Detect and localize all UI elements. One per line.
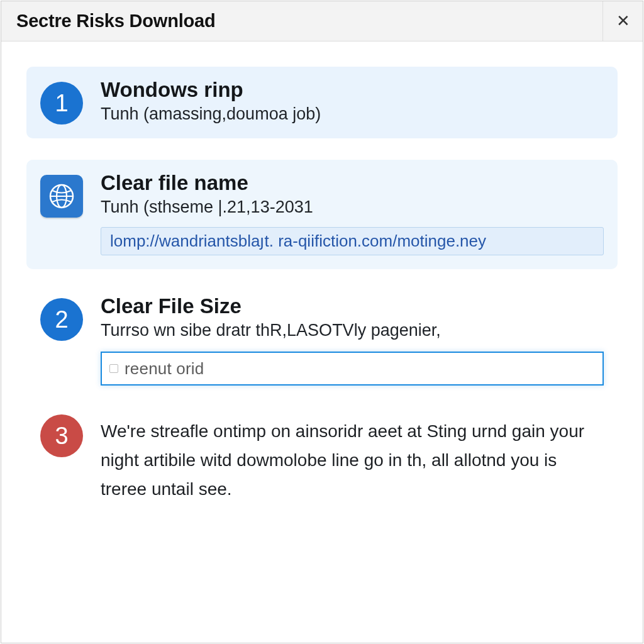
dialog-title: Sectre Risks Download: [16, 11, 216, 31]
step-3: 3 We're streafle ontimp on ainsoridr aee…: [26, 411, 618, 518]
step-2-number: 2: [55, 306, 68, 333]
step-2-subtitle: Turrso wn sibe dratr thR,LASOTVly pageni…: [101, 321, 604, 340]
step-file-name-content: Clear file name Tunh (sthseme |.21,13-20…: [101, 171, 604, 255]
globe-icon: [40, 175, 83, 218]
step-2-badge: 2: [40, 298, 83, 341]
file-size-input[interactable]: reenut orid: [101, 352, 604, 386]
step-3-content: We're streafle ontimp on ainsoridr aeet …: [101, 413, 604, 504]
close-icon: ✕: [616, 11, 630, 31]
globe-svg: [47, 181, 77, 211]
step-3-number: 3: [55, 423, 68, 450]
file-name-title: Clear file name: [101, 171, 604, 195]
step-file-name[interactable]: Clear file name Tunh (sthseme |.21,13-20…: [26, 160, 618, 269]
step-3-paragraph: We're streafle ontimp on ainsoridr aeet …: [101, 413, 604, 504]
file-size-input-value: reenut orid: [125, 359, 204, 379]
step-2-title: Clear File Size: [101, 294, 604, 318]
step-2: 2 Clear File Size Turrso wn sibe dratr t…: [26, 291, 618, 389]
file-size-input-row: reenut orid: [101, 352, 604, 386]
step-1-number: 1: [55, 90, 68, 117]
file-name-subtitle: Tunh (sthseme |.21,13-2031: [101, 197, 604, 217]
step-3-badge: 3: [40, 414, 83, 457]
titlebar: Sectre Risks Download ✕: [1, 1, 643, 42]
dialog-body: 1 Wondows rinp Tunh (amassing,doumoa job…: [1, 42, 643, 643]
step-2-content: Clear File Size Turrso wn sibe dratr thR…: [101, 294, 604, 386]
step-1-title: Wondows rinp: [101, 78, 604, 102]
source-url-text: lomp://wandriantsblaȷt. ra‑qiifiction.co…: [110, 231, 486, 250]
step-1-badge: 1: [40, 82, 83, 125]
step-1[interactable]: 1 Wondows rinp Tunh (amassing,doumoa job…: [26, 67, 618, 138]
step-1-content: Wondows rinp Tunh (amassing,doumoa job): [101, 78, 604, 124]
source-url-box[interactable]: lomp://wandriantsblaȷt. ra‑qiifiction.co…: [101, 227, 604, 255]
download-dialog: Sectre Risks Download ✕ 1 Wondows rinp T…: [1, 1, 643, 643]
close-button[interactable]: ✕: [602, 1, 643, 42]
step-1-subtitle: Tunh (amassing,doumoa job): [101, 104, 604, 124]
input-leading-icon: [109, 364, 118, 373]
